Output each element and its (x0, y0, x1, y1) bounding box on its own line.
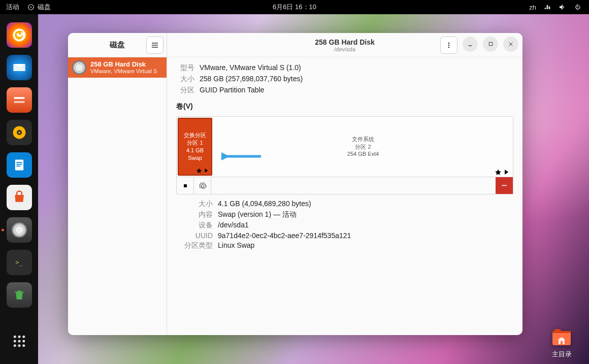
stop-icon (182, 183, 188, 189)
titlebar: 258 GB Hard Disk /dev/sda (167, 33, 522, 57)
dock: >_ (0, 14, 38, 364)
partition-settings-button[interactable] (194, 177, 211, 194)
minimize-icon (467, 41, 473, 47)
svg-rect-3 (14, 101, 24, 103)
partition-1[interactable]: 交换分区 分区 1 4.1 GB Swap (178, 118, 212, 176)
svg-point-20 (22, 344, 25, 347)
svg-point-22 (448, 44, 449, 45)
desktop-home-folder[interactable]: 主目录 (548, 324, 575, 359)
dock-terminal[interactable]: >_ (7, 250, 32, 275)
svg-rect-9 (16, 164, 22, 165)
svg-point-14 (22, 336, 25, 338)
detail-uuid-value: 9a71d4e2-0ec2-4bc2-aee7-2914f535a121 (218, 231, 513, 240)
dock-libreoffice[interactable] (7, 152, 32, 178)
close-icon (508, 41, 514, 47)
svg-point-17 (22, 340, 25, 343)
app-menu[interactable]: 磁盘 (27, 3, 51, 12)
svg-rect-7 (15, 160, 23, 171)
sidebar-disk-subtitle: VMware, VMware Virtual S (90, 68, 157, 74)
input-method-indicator[interactable]: zh (529, 4, 536, 11)
activities-button[interactable]: 活动 (6, 3, 19, 12)
volume-icon[interactable] (559, 3, 567, 11)
svg-point-12 (13, 336, 16, 338)
partition-2-line1: 文件系统 (352, 136, 374, 143)
disk-icon (72, 60, 86, 75)
window-subtitle: /dev/sda (315, 46, 375, 52)
dock-show-apps[interactable] (7, 328, 32, 354)
partition-1-line1: 交换分区 (184, 131, 206, 139)
sidebar-disk-title: 258 GB Hard Disk (90, 61, 157, 68)
dock-disks[interactable] (7, 217, 32, 243)
detail-size-value: 4.1 GB (4,094,689,280 bytes) (218, 200, 513, 209)
hamburger-icon (151, 41, 159, 49)
delete-partition-button[interactable]: − (496, 177, 513, 194)
svg-point-21 (448, 42, 449, 43)
detail-uuid-label: UUID (176, 231, 213, 240)
play-icon (503, 169, 510, 176)
dock-thunderbird[interactable] (7, 55, 32, 80)
svg-rect-8 (16, 162, 22, 163)
partition-2-line3: 254 GB Ext4 (347, 150, 379, 158)
partitioning-value: GUID Partition Table (200, 86, 513, 95)
svg-rect-24 (469, 45, 472, 46)
detail-device-value: /dev/sda1 (218, 221, 513, 230)
detail-type-label: 分区类型 (176, 241, 213, 250)
maximize-button[interactable] (483, 37, 498, 52)
dock-rhythmbox[interactable] (7, 120, 32, 145)
star-icon (196, 168, 202, 174)
unmount-button[interactable] (177, 177, 194, 194)
partition-2-line2: 分区 2 (355, 143, 371, 151)
size-label: 大小 (176, 75, 194, 84)
svg-point-15 (13, 340, 16, 343)
svg-point-19 (18, 344, 20, 347)
power-icon[interactable] (574, 3, 582, 11)
svg-point-16 (18, 340, 20, 343)
svg-point-23 (448, 46, 449, 47)
svg-rect-2 (14, 97, 24, 99)
sidebar-title: 磁盘 (110, 40, 125, 50)
main-pane: 258 GB Hard Disk /dev/sda 型号 VMware, VMw… (167, 33, 522, 335)
disk-icon (27, 4, 35, 11)
svg-point-18 (13, 344, 16, 347)
detail-device-label: 设备 (176, 221, 213, 230)
svg-point-1 (30, 7, 31, 8)
dock-software[interactable] (7, 185, 32, 210)
partition-1-line3: 4.1 GB Swap (179, 147, 211, 162)
play-icon (203, 168, 209, 174)
svg-rect-25 (489, 42, 492, 45)
gear-icon (199, 182, 207, 190)
partition-toolbar: − (177, 177, 513, 194)
dock-trash[interactable] (7, 282, 32, 308)
detail-content-value: Swap (version 1) — 活动 (218, 210, 513, 219)
detail-content-label: 内容 (176, 210, 213, 219)
content-area: 型号 VMware, VMware Virtual S (1.0) 大小 258… (167, 57, 522, 335)
sidebar: 磁盘 258 GB Hard Disk VMware, VMware Virtu… (68, 33, 167, 335)
dock-files[interactable] (7, 87, 32, 113)
drive-menu-button[interactable] (440, 37, 457, 54)
clock[interactable]: 6月6日 16：10 (273, 3, 316, 12)
detail-type-value: Linux Swap (218, 241, 513, 250)
svg-point-6 (18, 131, 20, 134)
minimize-button[interactable] (463, 37, 478, 52)
maximize-icon (488, 41, 494, 47)
top-bar: 活动 磁盘 6月6日 16：10 zh (0, 0, 589, 14)
annotation-arrow-icon (221, 152, 262, 160)
star-icon (495, 169, 502, 176)
model-label: 型号 (176, 63, 194, 73)
desktop-home-label: 主目录 (548, 350, 575, 359)
window-title: 258 GB Hard Disk (315, 38, 375, 46)
network-icon[interactable] (543, 3, 551, 11)
partition-map: 交换分区 分区 1 4.1 GB Swap 文件系统 分区 2 254 GB E… (176, 116, 513, 194)
sidebar-disk-item[interactable]: 258 GB Hard Disk VMware, VMware Virtual … (68, 57, 167, 78)
dock-firefox[interactable] (7, 22, 32, 48)
hamburger-menu-button[interactable] (146, 37, 163, 54)
model-value: VMware, VMware Virtual S (1.0) (200, 63, 513, 73)
kebab-icon (445, 42, 452, 49)
partition-1-line2: 分区 1 (187, 139, 203, 147)
partitioning-label: 分区 (176, 86, 194, 95)
svg-rect-11 (15, 292, 23, 293)
partition-2[interactable]: 文件系统 分区 2 254 GB Ext4 (213, 117, 513, 177)
size-value: 258 GB (257,698,037,760 bytes) (200, 75, 513, 84)
close-button[interactable] (503, 37, 518, 52)
detail-size-label: 大小 (176, 200, 213, 209)
